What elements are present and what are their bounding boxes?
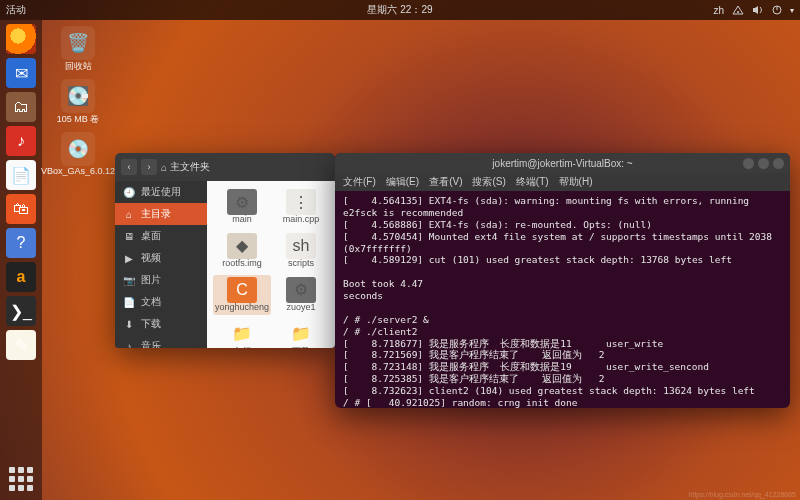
clock[interactable]: 星期六 22：29 xyxy=(367,3,432,17)
terminal-output[interactable]: [ 4.564135] EXT4-fs (sda): warning: moun… xyxy=(335,191,790,408)
desktop-icon-label: 回收站 xyxy=(65,60,92,73)
launcher-dock: ✉ 🗂 ♪ 📄 🛍 ? a ❯_ ✎ xyxy=(0,20,42,500)
terminal-menu-item[interactable]: 文件(F) xyxy=(343,175,376,189)
dock-firefox[interactable] xyxy=(6,24,36,54)
file-icon: ⋮ xyxy=(286,189,316,215)
chevron-down-icon[interactable]: ▾ xyxy=(790,6,794,15)
dock-libreoffice[interactable]: 📄 xyxy=(6,160,36,190)
sidebar-item-label: 文档 xyxy=(141,295,161,309)
window-close-button[interactable] xyxy=(773,158,784,169)
disk-icon: 💽 xyxy=(61,79,95,113)
sidebar-item-icon: ⌂ xyxy=(123,209,135,220)
desktop-icon-volume[interactable]: 💽 105 MB 卷 xyxy=(48,79,108,126)
sidebar-item-icon: ♪ xyxy=(123,341,135,349)
sidebar-item-6[interactable]: ⬇下载 xyxy=(115,313,207,335)
file-manager-titlebar[interactable]: ‹ › ⌂ 主文件夹 xyxy=(115,153,335,181)
sidebar-item-icon: ⬇ xyxy=(123,319,135,330)
file-item[interactable]: ⚙zuoye1 xyxy=(273,275,329,315)
file-label: 文档 xyxy=(233,347,251,348)
activities-button[interactable]: 活动 xyxy=(6,3,26,17)
forward-button[interactable]: › xyxy=(141,159,157,175)
cd-icon: 💿 xyxy=(61,132,95,166)
sidebar-item-1[interactable]: ⌂主目录 xyxy=(115,203,207,225)
desktop-icon-vbox[interactable]: 💿 VBox_GAs_6.0.12 xyxy=(48,132,108,176)
file-label: 下载 xyxy=(292,347,310,348)
file-label: main xyxy=(232,215,252,225)
file-icon: ◆ xyxy=(227,233,257,259)
sidebar-item-7[interactable]: ♪音乐 xyxy=(115,335,207,348)
sidebar-item-label: 最近使用 xyxy=(141,185,181,199)
terminal-menu-item[interactable]: 终端(T) xyxy=(516,175,549,189)
back-button[interactable]: ‹ xyxy=(121,159,137,175)
dock-help[interactable]: ? xyxy=(6,228,36,258)
dock-files[interactable]: 🗂 xyxy=(6,92,36,122)
sidebar-item-label: 下载 xyxy=(141,317,161,331)
sidebar-item-icon: 📷 xyxy=(123,275,135,286)
file-icon: 📁 xyxy=(286,321,316,347)
file-label: zuoye1 xyxy=(286,303,315,313)
svg-point-0 xyxy=(737,11,739,13)
sidebar-item-icon: 🕘 xyxy=(123,187,135,198)
file-label: main.cpp xyxy=(283,215,320,225)
terminal-window: jokertim@jokertim-VirtualBox: ~ 文件(F)编辑(… xyxy=(335,153,790,408)
volume-icon[interactable] xyxy=(752,5,764,15)
home-icon: ⌂ xyxy=(161,162,167,173)
window-maximize-button[interactable] xyxy=(758,158,769,169)
sidebar-item-0[interactable]: 🕘最近使用 xyxy=(115,181,207,203)
show-applications-button[interactable] xyxy=(8,466,34,492)
sidebar-item-icon: ▶ xyxy=(123,253,135,264)
dock-text-editor[interactable]: ✎ xyxy=(6,330,36,360)
file-item[interactable]: 📁下载 xyxy=(273,319,329,348)
network-icon[interactable] xyxy=(732,5,744,15)
sidebar-item-label: 音乐 xyxy=(141,339,161,348)
path-bar[interactable]: ⌂ 主文件夹 xyxy=(161,160,210,174)
dock-amazon[interactable]: a xyxy=(6,262,36,292)
input-lang-indicator[interactable]: zh xyxy=(713,5,724,16)
terminal-menu-item[interactable]: 查看(V) xyxy=(429,175,462,189)
dock-thunderbird[interactable]: ✉ xyxy=(6,58,36,88)
terminal-menu-item[interactable]: 搜索(S) xyxy=(472,175,505,189)
terminal-menubar[interactable]: 文件(F)编辑(E)查看(V)搜索(S)终端(T)帮助(H) xyxy=(335,173,790,191)
sidebar-item-label: 图片 xyxy=(141,273,161,287)
file-manager-sidebar: 🕘最近使用⌂主目录🖥桌面▶视频📷图片📄文档⬇下载♪音乐🗑回收站💿VBox_GA…… xyxy=(115,181,207,348)
path-label: 主文件夹 xyxy=(170,160,210,174)
file-item[interactable]: shscripts xyxy=(273,231,329,271)
watermark: https://blog.csdn.net/qq_41228865 xyxy=(689,491,796,498)
dock-rhythmbox[interactable]: ♪ xyxy=(6,126,36,156)
file-item[interactable]: ⋮main.cpp xyxy=(273,187,329,227)
sidebar-item-5[interactable]: 📄文档 xyxy=(115,291,207,313)
sidebar-item-label: 桌面 xyxy=(141,229,161,243)
terminal-title-text: jokertim@jokertim-VirtualBox: ~ xyxy=(492,158,632,169)
sidebar-item-label: 主目录 xyxy=(141,207,171,221)
file-icon: sh xyxy=(286,233,316,259)
file-item[interactable]: Cyonghuchengxu2.c xyxy=(213,275,271,315)
file-icon: 📁 xyxy=(227,321,257,347)
file-item[interactable]: ◆rootfs.img xyxy=(213,231,271,271)
power-icon[interactable] xyxy=(772,5,782,15)
desktop-icon-trash[interactable]: 🗑️ 回收站 xyxy=(48,26,108,73)
file-manager-content[interactable]: ⚙main⋮main.cpp◆rootfs.imgshscriptsCyongh… xyxy=(207,181,335,348)
file-label: scripts xyxy=(288,259,314,269)
terminal-titlebar[interactable]: jokertim@jokertim-VirtualBox: ~ xyxy=(335,153,790,173)
terminal-menu-item[interactable]: 编辑(E) xyxy=(386,175,419,189)
status-area[interactable]: zh ▾ xyxy=(713,5,794,16)
window-minimize-button[interactable] xyxy=(743,158,754,169)
dock-terminal[interactable]: ❯_ xyxy=(6,296,36,326)
file-item[interactable]: 📁文档 xyxy=(213,319,271,348)
sidebar-item-4[interactable]: 📷图片 xyxy=(115,269,207,291)
dock-software[interactable]: 🛍 xyxy=(6,194,36,224)
file-label: yonghuchengxu2.c xyxy=(215,303,269,313)
file-label: rootfs.img xyxy=(222,259,262,269)
sidebar-item-3[interactable]: ▶视频 xyxy=(115,247,207,269)
sidebar-item-label: 视频 xyxy=(141,251,161,265)
top-bar: 活动 星期六 22：29 zh ▾ xyxy=(0,0,800,20)
desktop-icon-label: 105 MB 卷 xyxy=(57,113,100,126)
file-manager-window: ‹ › ⌂ 主文件夹 🕘最近使用⌂主目录🖥桌面▶视频📷图片📄文档⬇下载♪音乐🗑回… xyxy=(115,153,335,348)
desktop-icon-label: VBox_GAs_6.0.12 xyxy=(41,166,115,176)
file-item[interactable]: ⚙main xyxy=(213,187,271,227)
sidebar-item-2[interactable]: 🖥桌面 xyxy=(115,225,207,247)
file-icon: ⚙ xyxy=(227,189,257,215)
sidebar-item-icon: 🖥 xyxy=(123,231,135,242)
file-icon: C xyxy=(227,277,257,303)
terminal-menu-item[interactable]: 帮助(H) xyxy=(559,175,593,189)
